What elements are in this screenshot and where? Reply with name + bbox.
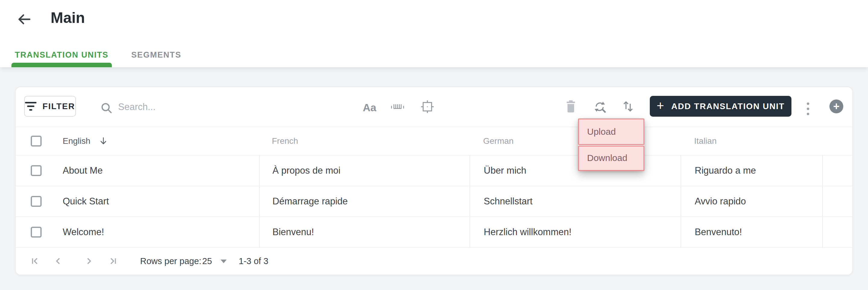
cell-italian-text: Benvenuto! [695,227,742,237]
table-header-row: English French German Italian [16,127,852,155]
cell-german[interactable]: Herzlich willkommen! [470,217,681,247]
column-header-french-label: French [272,136,298,146]
page-title: Main [51,9,85,27]
create-button[interactable]: + [830,99,843,113]
delete-button[interactable] [565,100,576,113]
menu-item-upload-label: Upload [587,126,616,137]
cell-italian[interactable]: Benvenuto! [681,217,822,247]
tab-segments[interactable]: SEGMENTS [124,47,189,63]
search-replace-icon [593,100,607,114]
cell-italian-text: Avvio rapido [695,196,746,207]
filter-icon [25,102,36,111]
trash-icon [565,100,576,113]
column-header-italian-label: Italian [694,136,717,146]
dropdown-caret-icon[interactable] [221,260,227,263]
cell-english-text: Welcome! [63,227,104,237]
select-all-checkbox[interactable] [31,136,41,146]
table-row[interactable]: About Me À propos de moi Über mich Rigua… [16,155,852,186]
last-page-icon [107,255,119,267]
cell-english-text: About Me [63,165,103,176]
chevron-right-icon [83,255,95,267]
match-whole-word-button[interactable] [391,101,404,113]
filter-button-label: FILTER [42,102,75,111]
pagination-range: 1-3 of 3 [239,248,268,274]
filter-button[interactable]: FILTER [24,96,76,117]
first-page-button[interactable] [29,255,41,267]
cell-german[interactable]: Über mich [470,155,681,186]
search-icon [100,102,113,114]
cell-english[interactable]: Quick Start [16,186,259,216]
cell-italian[interactable]: Riguardo a me [681,155,822,186]
back-button[interactable] [16,11,33,28]
target-icon [421,100,434,114]
plus-circle-icon: + [833,101,839,112]
cell-german[interactable]: Schnellstart [470,186,681,216]
table-toolbar: FILTER Aa [16,87,852,127]
cell-italian-text: Riguardo a me [695,165,756,176]
last-page-button[interactable] [107,255,119,267]
table-row[interactable]: Quick Start Démarrage rapide Schnellstar… [16,186,852,217]
active-tab-indicator [11,63,112,67]
column-header-french[interactable]: French [259,127,470,155]
cell-english[interactable]: Welcome! [16,217,259,247]
column-header-italian[interactable]: Italian [681,127,822,155]
project-page: Main TRANSLATION UNITS SEGMENTS FILTER A… [0,0,868,290]
cell-french[interactable]: Bienvenu! [259,217,470,247]
table-row[interactable]: Welcome! Bienvenu! Herzlich willkommen! … [16,217,852,248]
cell-french[interactable]: Démarrage rapide [259,186,470,216]
column-header-english-label: English [63,136,90,146]
add-translation-unit-button[interactable]: + ADD TRANSLATION UNIT [650,96,792,117]
import-export-icon [622,99,634,114]
pagination-bar: Rows per page: 25 1-3 of 3 [16,248,852,274]
chevron-left-icon [53,255,64,267]
column-header-german-label: German [483,136,514,146]
menu-item-download[interactable]: Download [578,145,644,171]
cell-spacer [822,186,852,216]
column-header-german[interactable]: German [470,127,681,155]
target-button[interactable] [421,100,434,114]
arrow-left-icon [16,11,32,27]
cell-french-text: À propos de moi [273,165,341,176]
menu-item-upload[interactable]: Upload [578,118,644,145]
column-header-english[interactable]: English [16,127,259,155]
first-page-icon [29,255,41,267]
cell-english-text: Quick Start [63,196,109,207]
rows-per-page-label: Rows per page: [140,248,201,274]
menu-item-download-label: Download [587,153,627,163]
page-header: Main TRANSLATION UNITS SEGMENTS [0,0,868,67]
column-header-spacer [822,127,852,155]
translation-units-card: FILTER Aa [15,87,853,275]
cell-italian[interactable]: Avvio rapido [681,186,822,216]
rows-per-page-select[interactable]: 25 [202,248,212,274]
cell-spacer [822,155,852,186]
import-export-menu: Upload Download [578,118,644,171]
import-export-button[interactable] [622,99,634,114]
sort-descending-icon [99,137,108,146]
cell-french-text: Démarrage rapide [273,196,348,207]
cell-english[interactable]: About Me [16,155,259,186]
search-input[interactable] [118,98,336,116]
cell-french[interactable]: À propos de moi [259,155,470,186]
row-checkbox[interactable] [31,196,41,207]
more-options-button[interactable] [804,99,812,118]
cell-french-text: Bienvenu! [273,227,314,237]
cell-german-text: Über mich [484,165,526,176]
match-case-button[interactable]: Aa [361,99,378,116]
row-checkbox[interactable] [31,227,41,237]
match-case-icon: Aa [363,102,376,114]
previous-page-button[interactable] [52,255,64,267]
row-checkbox[interactable] [31,165,41,176]
plus-icon: + [657,98,664,113]
cell-spacer [822,217,852,247]
add-translation-unit-label: ADD TRANSLATION UNIT [671,102,784,111]
tab-translation-units-label: TRANSLATION UNITS [15,50,108,60]
tab-translation-units[interactable]: TRANSLATION UNITS [11,47,112,63]
cell-german-text: Herzlich willkommen! [484,227,571,237]
tab-segments-label: SEGMENTS [131,50,181,60]
kebab-menu-icon [807,103,809,115]
search-replace-button[interactable] [593,100,607,114]
next-page-button[interactable] [83,255,95,267]
cell-german-text: Schnellstart [484,196,532,207]
match-whole-word-icon [391,101,404,113]
